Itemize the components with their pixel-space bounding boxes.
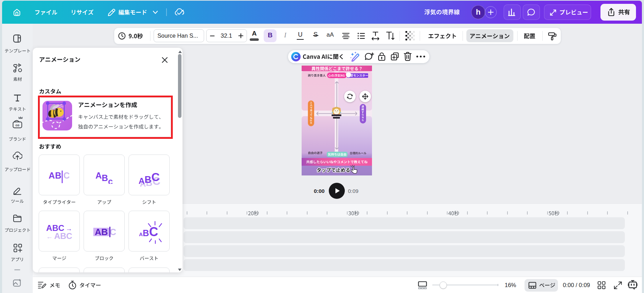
svg-text:co: co [15,123,19,127]
